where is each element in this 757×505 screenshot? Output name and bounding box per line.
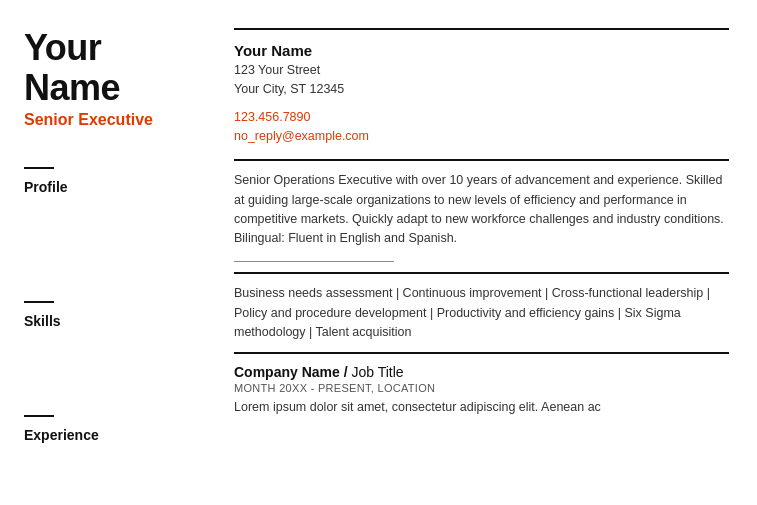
experience-divider	[234, 352, 729, 354]
profile-section: Senior Operations Executive with over 10…	[234, 159, 729, 262]
sidebar-skills-section: Skills	[24, 283, 186, 329]
sidebar-label-experience: Experience	[24, 427, 186, 443]
contact-name: Your Name	[234, 42, 729, 59]
skills-section: Business needs assessment | Continuous i…	[234, 272, 729, 342]
contact-city: Your City, ST 12345	[234, 80, 729, 99]
sidebar-divider-2	[24, 301, 54, 303]
sidebar-divider-1	[24, 167, 54, 169]
experience-date: MONTH 20XX - PRESENT, LOCATION	[234, 382, 729, 394]
sidebar-divider-3	[24, 415, 54, 417]
sidebar: Your Name Senior Executive Profile Skill…	[0, 0, 210, 505]
header-top-divider	[234, 28, 729, 30]
contact-phone: 123.456.7890	[234, 107, 729, 127]
skills-text: Business needs assessment | Continuous i…	[234, 284, 729, 342]
sidebar-title: Senior Executive	[24, 111, 186, 129]
sidebar-label-profile: Profile	[24, 179, 186, 195]
experience-company: Company Name / Job Title	[234, 364, 729, 380]
sidebar-experience-section: Experience	[24, 397, 186, 443]
main-content: Your Name 123 Your Street Your City, ST …	[210, 0, 757, 505]
experience-body: Lorem ipsum dolor sit amet, consectetur …	[234, 398, 729, 417]
contact-section: Your Name 123 Your Street Your City, ST …	[234, 28, 729, 145]
profile-divider	[234, 159, 729, 161]
sidebar-name: Your Name	[24, 28, 186, 107]
sidebar-label-skills: Skills	[24, 313, 186, 329]
profile-text: Senior Operations Executive with over 10…	[234, 171, 729, 249]
contact-street: 123 Your Street	[234, 61, 729, 80]
profile-short-divider	[234, 261, 394, 263]
sidebar-profile-section: Profile	[24, 149, 186, 195]
contact-email: no_reply@example.com	[234, 127, 729, 146]
skills-divider	[234, 272, 729, 274]
experience-job-title: Job Title	[351, 364, 403, 380]
experience-section: Company Name / Job Title MONTH 20XX - PR…	[234, 352, 729, 417]
